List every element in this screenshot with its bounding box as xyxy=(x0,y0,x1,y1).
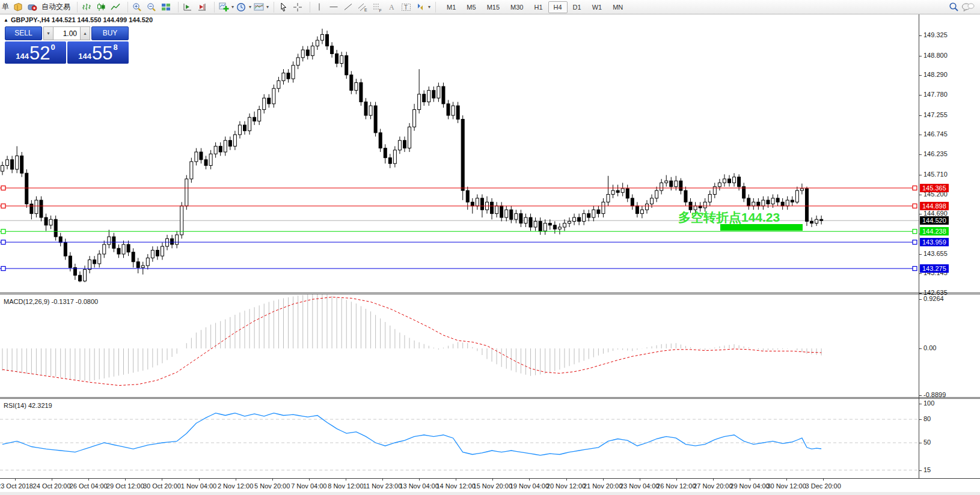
autotrading-icon[interactable] xyxy=(26,1,39,13)
auto-scroll-icon[interactable] xyxy=(181,1,194,13)
cursor-icon[interactable] xyxy=(277,1,290,13)
axis-tick-label: 15 xyxy=(923,466,931,473)
chart-shift-icon[interactable] xyxy=(195,1,209,13)
annotation-text[interactable]: 多空转折点144.23 xyxy=(678,210,780,225)
indicators-icon[interactable] xyxy=(217,1,230,13)
time-axis-tick xyxy=(199,479,200,481)
volume-decrease-button[interactable]: ▼ xyxy=(43,26,54,40)
templates-icon[interactable] xyxy=(252,1,265,13)
time-axis-tick xyxy=(346,479,346,481)
timeframe-button-M1[interactable]: M1 xyxy=(441,1,461,13)
periods-dropdown-icon[interactable]: ▾ xyxy=(249,4,251,10)
journal-icon[interactable] xyxy=(11,1,25,13)
axis-tick xyxy=(919,470,922,471)
axis-tick-label: 80 xyxy=(923,415,931,422)
buy-price-display[interactable]: 144 55 8 xyxy=(67,41,129,64)
zoom-in-icon[interactable] xyxy=(130,1,144,13)
buy-price-handle: 144 xyxy=(78,52,91,61)
sell-price-display[interactable]: 144 52 0 xyxy=(5,41,66,64)
axis-tick-label: 0.00 xyxy=(923,344,936,351)
pane-splitter-rsi[interactable] xyxy=(0,397,980,399)
line-handle[interactable] xyxy=(1,204,5,208)
line-handle[interactable] xyxy=(1,229,5,234)
line-handle[interactable] xyxy=(1,266,5,270)
line-handle[interactable] xyxy=(1,186,5,190)
timeframe-button-H1[interactable]: H1 xyxy=(528,1,548,13)
indicators-dropdown-icon[interactable]: ▾ xyxy=(231,4,234,10)
sell-button[interactable]: SELL xyxy=(5,26,42,40)
line-handle[interactable] xyxy=(913,240,917,244)
time-axis-label: 2 Nov 12:00 xyxy=(218,482,253,490)
axis-tick-label: -0.8899 xyxy=(923,391,946,398)
chart-canvas[interactable]: 多空转折点144.23 xyxy=(0,0,919,495)
timeframe-button-D1[interactable]: D1 xyxy=(568,1,587,13)
time-axis-label: 15 Nov 20:00 xyxy=(473,482,512,490)
time-axis-tick xyxy=(456,479,456,481)
vertical-line-icon[interactable] xyxy=(313,1,326,13)
horizontal-line-icon[interactable] xyxy=(327,1,340,13)
axis-tick-label: 143.655 xyxy=(923,250,948,257)
time-axis-label: 5 Nov 20:00 xyxy=(254,482,290,490)
tile-windows-icon[interactable] xyxy=(159,1,173,13)
time-axis-tick xyxy=(529,479,530,481)
annotation-rectangle[interactable] xyxy=(720,224,803,231)
volume-input[interactable] xyxy=(54,26,80,40)
timeframe-button-H4[interactable]: H4 xyxy=(548,1,568,13)
timeframe-button-W1[interactable]: W1 xyxy=(587,1,608,13)
volume-increase-button[interactable]: ▲ xyxy=(80,26,90,40)
line-handle[interactable] xyxy=(913,204,917,208)
toolbar-separator xyxy=(124,2,128,13)
channel-icon[interactable]: E xyxy=(356,1,369,13)
timeframe-bar: M1M5M15M30H1H4D1W1MN xyxy=(441,1,628,13)
fibonacci-icon[interactable]: F xyxy=(370,1,384,13)
time-axis-label: 14 Nov 12:00 xyxy=(436,482,475,490)
price-tag: 143.275 xyxy=(920,264,949,273)
line-handle[interactable] xyxy=(1,240,5,244)
templates-dropdown-icon[interactable]: ▾ xyxy=(266,4,269,10)
trendline-icon[interactable] xyxy=(341,1,355,13)
time-axis-label: 19 Nov 04:00 xyxy=(510,482,549,490)
candlestick-icon[interactable] xyxy=(94,1,108,13)
bar-chart-icon[interactable] xyxy=(80,1,93,13)
time-axis-tick xyxy=(492,479,493,481)
collapse-panel-icon[interactable]: ▲ xyxy=(4,17,8,23)
zoom-out-icon[interactable] xyxy=(145,1,158,13)
shapes-dropdown-icon[interactable]: ▾ xyxy=(428,4,430,10)
timeframe-button-M15[interactable]: M15 xyxy=(482,1,505,13)
svg-text:A: A xyxy=(389,3,394,11)
new-order-button[interactable]: 单 xyxy=(0,2,11,12)
chat-icon[interactable] xyxy=(961,1,975,13)
chart-header: ▲ GBPJPY-,H4 144.521 144.550 144.499 144… xyxy=(4,16,153,23)
text-icon[interactable]: A xyxy=(385,1,398,13)
shapes-icon[interactable] xyxy=(414,1,427,13)
line-handle[interactable] xyxy=(913,186,917,190)
timeframe-button-MN[interactable]: MN xyxy=(607,1,628,13)
axis-tick xyxy=(919,395,922,396)
periods-icon[interactable] xyxy=(234,1,248,13)
autotrading-button[interactable]: 自动交易 xyxy=(40,2,72,12)
label-icon[interactable]: T xyxy=(399,1,412,13)
crosshair-icon[interactable] xyxy=(291,1,304,13)
axis-tick xyxy=(919,154,922,155)
time-axis-tick xyxy=(272,479,273,481)
time-axis-label: 8 Nov 12:00 xyxy=(328,482,363,490)
axis-tick xyxy=(919,404,922,404)
line-chart-icon[interactable] xyxy=(109,1,122,13)
search-icon[interactable] xyxy=(947,1,960,13)
toolbar-right-group xyxy=(946,1,975,13)
timeframe-button-M30[interactable]: M30 xyxy=(505,1,528,13)
line-handle[interactable] xyxy=(913,229,917,234)
axis-tick xyxy=(919,135,922,135)
candlestick-series xyxy=(1,29,823,282)
axis-tick xyxy=(919,293,922,294)
time-axis-label: 30 Nov 12:00 xyxy=(767,482,806,490)
macd-signal-line xyxy=(2,297,821,386)
sell-price-pip-digit: 0 xyxy=(51,43,55,52)
buy-price-big-digits: 55 xyxy=(92,44,112,62)
pane-splitter-macd[interactable] xyxy=(0,293,980,294)
timeframe-button-M5[interactable]: M5 xyxy=(461,1,481,13)
line-handle[interactable] xyxy=(913,266,917,270)
axis-tick-label: 0.9264 xyxy=(923,295,944,302)
buy-button[interactable]: BUY xyxy=(91,26,129,40)
time-axis-label: 11 Nov 23:00 xyxy=(363,482,402,490)
